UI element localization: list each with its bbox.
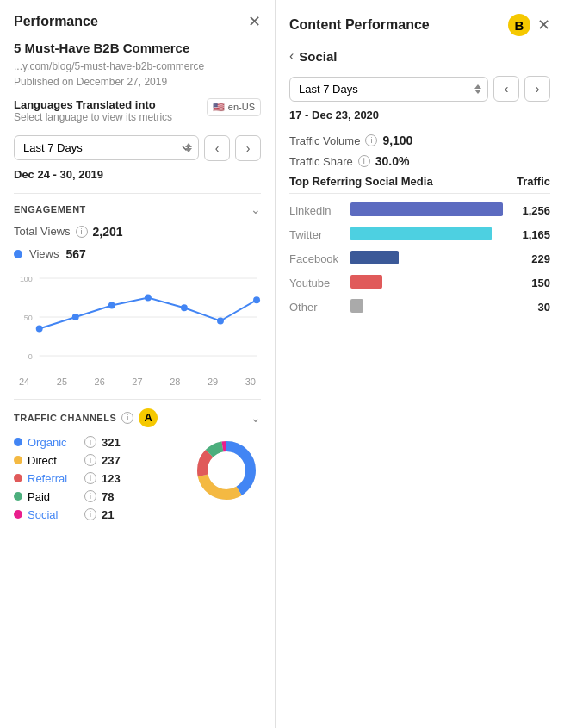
locale-label: en-US	[228, 102, 255, 112]
linkedin-name: Linkedin	[289, 204, 345, 217]
total-views-row: Total Views i 2,201	[14, 225, 261, 239]
right-date-select[interactable]: Last 7 Days Last 30 Days	[289, 77, 488, 102]
social-row-twitter: Twitter 1,165	[289, 227, 550, 242]
referral-info-icon[interactable]: i	[84, 472, 96, 484]
paid-label: Paid	[28, 490, 79, 503]
svg-point-7	[72, 314, 79, 320]
right-prev-button[interactable]: ‹	[493, 76, 519, 102]
traffic-row-organic: Organic i 321	[14, 436, 183, 449]
referral-label[interactable]: Referral	[28, 472, 79, 485]
traffic-volume-info-icon[interactable]: i	[365, 134, 377, 146]
views-value: 567	[65, 247, 85, 261]
total-views-label: Total Views	[14, 225, 71, 238]
traffic-volume-row: Traffic Volume i 9,100	[289, 134, 550, 147]
referral-dot	[14, 474, 22, 482]
twitter-name: Twitter	[289, 228, 345, 241]
paid-value: 78	[102, 490, 133, 503]
other-name: Other	[289, 301, 345, 314]
social-label[interactable]: Social	[28, 508, 79, 521]
svg-point-11	[217, 317, 224, 324]
right-close-button[interactable]: ✕	[537, 17, 550, 33]
organic-label[interactable]: Organic	[28, 436, 79, 449]
languages-info: Languages Translated into Select languag…	[14, 98, 172, 123]
traffic-volume-value: 9,100	[382, 134, 412, 147]
linkedin-bar	[350, 202, 503, 216]
youtube-name: Youtube	[289, 277, 345, 289]
left-date-range-display: Dec 24 - 30, 2019	[14, 168, 261, 181]
annotation-a-badge: A	[139, 408, 158, 427]
social-info-icon[interactable]: i	[84, 508, 96, 520]
engagement-section-header[interactable]: ENGAGEMENT ⌄	[14, 202, 261, 216]
organic-info-icon[interactable]: i	[84, 436, 96, 448]
linkedin-value: 1,256	[516, 204, 550, 217]
left-next-button[interactable]: ›	[235, 135, 261, 161]
svg-point-6	[36, 325, 43, 332]
left-panel: Performance ✕ 5 Must-Have B2B Commerce .…	[0, 0, 276, 728]
direct-info-icon[interactable]: i	[84, 454, 96, 466]
left-close-button[interactable]: ✕	[248, 14, 261, 29]
left-prev-button[interactable]: ‹	[204, 135, 230, 161]
back-row: ‹ Social	[289, 48, 550, 64]
back-arrow-icon[interactable]: ‹	[289, 48, 294, 64]
chart-x-labels: 24 25 26 27 28 29 30	[14, 376, 261, 387]
social-table-col1: Top Referring Social Media	[289, 175, 433, 188]
chart-x-label-29: 29	[208, 376, 218, 387]
twitter-bar-container	[350, 227, 511, 242]
views-dot	[14, 250, 22, 258]
facebook-value: 229	[516, 252, 550, 265]
facebook-bar	[350, 251, 399, 264]
traffic-row-paid: Paid i 78	[14, 490, 183, 503]
twitter-value: 1,165	[516, 228, 550, 241]
language-badge[interactable]: 🇺🇸 en-US	[207, 98, 261, 116]
svg-point-12	[253, 296, 260, 303]
right-next-button[interactable]: ›	[524, 76, 550, 102]
svg-point-8	[108, 302, 115, 308]
annotation-b-badge: B	[508, 14, 530, 36]
traffic-share-info-icon[interactable]: i	[358, 155, 370, 167]
other-value: 30	[516, 301, 550, 314]
left-panel-header: Performance ✕	[14, 14, 261, 29]
traffic-channels-label: TRAFFIC CHANNELS	[14, 413, 116, 423]
svg-text:0: 0	[28, 352, 33, 360]
traffic-channels-header[interactable]: TRAFFIC CHANNELS i A ⌄	[14, 408, 261, 427]
traffic-row-referral: Referral i 123	[14, 472, 183, 485]
traffic-channels-info-icon[interactable]: i	[121, 412, 133, 424]
social-table-col2: Traffic	[517, 175, 550, 188]
article-date: Published on December 27, 2019	[14, 76, 261, 88]
svg-text:50: 50	[24, 313, 33, 321]
youtube-bar-container	[350, 275, 511, 290]
right-panel: Content Performance B ✕ ‹ Social Last 7 …	[276, 0, 564, 728]
chart-x-label-27: 27	[132, 376, 142, 387]
total-views-info-icon[interactable]: i	[76, 226, 88, 238]
facebook-bar-container	[350, 251, 511, 266]
social-row-facebook: Facebook 229	[289, 251, 550, 266]
right-panel-header: Content Performance B ✕	[289, 14, 550, 36]
donut-chart	[192, 436, 261, 505]
languages-section: Languages Translated into Select languag…	[14, 98, 261, 123]
referral-value: 123	[102, 472, 133, 485]
svg-text:100: 100	[20, 274, 33, 283]
divider-1	[14, 193, 261, 194]
paid-dot	[14, 492, 22, 501]
left-date-range-row: Last 7 Days Last 30 Days Last 90 Days ‹ …	[14, 135, 261, 161]
social-table-header: Top Referring Social Media Traffic	[289, 175, 550, 194]
traffic-channels-section: TRAFFIC CHANNELS i A ⌄ Organic i 321	[14, 408, 261, 526]
right-panel-title: Content Performance	[289, 17, 430, 33]
right-date-range-row: Last 7 Days Last 30 Days ‹ ›	[289, 76, 550, 102]
svg-point-9	[145, 294, 152, 301]
svg-point-10	[181, 304, 188, 311]
paid-info-icon[interactable]: i	[84, 490, 96, 502]
left-date-select[interactable]: Last 7 Days Last 30 Days Last 90 Days	[14, 135, 199, 160]
social-dot	[14, 510, 22, 519]
engagement-chevron-icon: ⌄	[251, 202, 261, 216]
direct-value: 237	[102, 454, 133, 467]
twitter-bar	[350, 227, 492, 240]
chart-x-label-26: 26	[95, 376, 105, 387]
traffic-row-social: Social i 21	[14, 508, 183, 521]
back-label: Social	[299, 49, 337, 64]
donut-area: Organic i 321 Direct i 237 Referral	[14, 436, 261, 526]
article-title: 5 Must-Have B2B Commerce	[14, 40, 261, 57]
article-url: ...y.com/blog/5-must-have-b2b-commerce	[14, 60, 261, 72]
other-bar-container	[350, 299, 511, 314]
donut-svg	[192, 436, 261, 505]
